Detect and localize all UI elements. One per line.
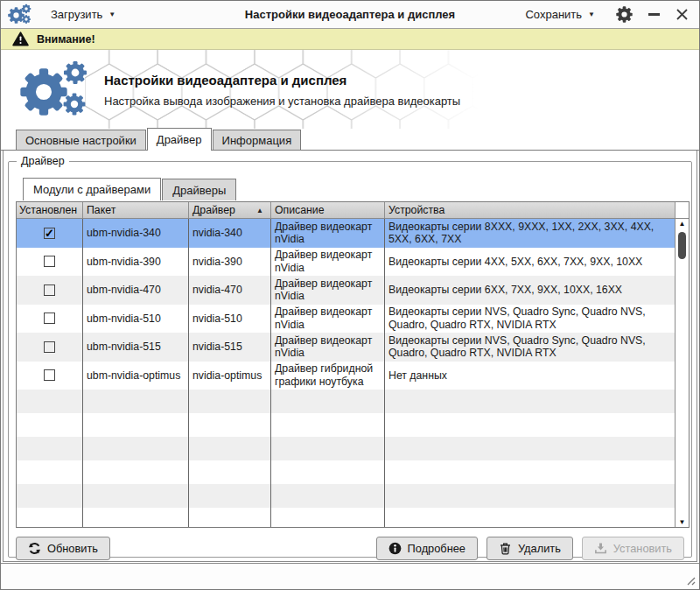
save-menu-button[interactable]: Сохранить ▼	[520, 5, 600, 24]
app-gears-icon	[8, 4, 32, 25]
scrollbar-thumb[interactable]	[678, 232, 686, 259]
details-button[interactable]: Подробнее	[376, 537, 478, 560]
devices-cell: Видеокарты серии NVS, Quadro Sync, Quadr…	[385, 333, 675, 362]
warning-triangle-icon	[12, 32, 29, 46]
driver-modules-table: Установлен Пакет Драйвер ▲ Описание Устр…	[16, 201, 690, 528]
table-body: ✓ ubm-nvidia-340 nvidia-340 Драйвер виде…	[17, 219, 675, 527]
app-window: Загрузить ▼ Настройки видеоадаптера и ди…	[0, 0, 700, 590]
installed-cell: ✓	[17, 219, 83, 248]
installed-checkbox[interactable]	[44, 341, 55, 353]
install-button: Установить	[582, 537, 684, 560]
package-cell: ubm-nvidia-510	[83, 305, 189, 334]
settings-gear-button[interactable]	[616, 6, 633, 23]
empty-rows-area	[17, 390, 675, 527]
refresh-label: Обновить	[47, 542, 98, 555]
driver-cell: nvidia-390	[189, 248, 271, 277]
install-label: Установить	[613, 542, 672, 555]
status-bar	[1, 563, 699, 589]
save-menu-label: Сохранить	[525, 8, 582, 21]
close-button[interactable]	[676, 8, 689, 21]
table-row[interactable]: ✓ ubm-nvidia-340 nvidia-340 Драйвер виде…	[17, 219, 675, 248]
delete-button[interactable]: Удалить	[486, 537, 573, 560]
devices-cell: Видеокарты серии 4XX, 5XX, 6XX, 7XX, 9XX…	[385, 248, 675, 277]
package-cell: ubm-nvidia-470	[83, 276, 189, 305]
table-row[interactable]: ubm-nvidia-515 nvidia-515 Драйвер видеок…	[17, 333, 675, 362]
installed-cell	[17, 248, 83, 277]
dropdown-arrow-icon: ▼	[108, 11, 116, 18]
button-row: Обновить Подробнее	[16, 536, 684, 560]
driver-groupbox: Драйвер Модули с драйверами Драйверы Уст…	[8, 155, 692, 558]
dropdown-arrow-icon: ▼	[588, 11, 595, 18]
package-cell: ubm-nvidia-515	[83, 333, 189, 362]
tab-driver[interactable]: Драйвер	[147, 128, 212, 151]
installed-checkbox[interactable]	[44, 369, 55, 381]
tab-drivers[interactable]: Драйверы	[162, 179, 236, 200]
description-cell: Драйвер гибридной графики ноутбука	[271, 362, 385, 390]
details-label: Подробнее	[408, 542, 466, 555]
load-menu-button[interactable]: Загрузить ▼	[46, 5, 121, 24]
warning-banner: Внимание!	[1, 29, 699, 50]
column-header-devices[interactable]: Устройства	[385, 202, 675, 218]
driver-cell: nvidia-515	[189, 333, 271, 362]
table-row[interactable]: ubm-nvidia-390 nvidia-390 Драйвер видеок…	[17, 248, 675, 277]
titlebar: Загрузить ▼ Настройки видеоадаптера и ди…	[1, 1, 699, 29]
tab-driver-modules[interactable]: Модули с драйверами	[23, 178, 161, 200]
resize-grip[interactable]	[685, 575, 696, 586]
refresh-icon	[28, 542, 41, 555]
devices-cell: Видеокарты серии 6XX, 7XX, 9XX, 10XX, 16…	[385, 276, 675, 305]
refresh-button[interactable]: Обновить	[16, 537, 110, 560]
driver-cell: nvidia-470	[189, 276, 271, 305]
minimize-button[interactable]	[648, 9, 660, 21]
load-menu-label: Загрузить	[51, 8, 102, 21]
vertical-scrollbar[interactable]: ▲ ▼	[675, 219, 689, 527]
scrollbar-corner	[675, 202, 689, 218]
driver-groupbox-label: Драйвер	[17, 155, 69, 167]
table-row[interactable]: ubm-nvidia-optimus nvidia-optimus Драйве…	[17, 362, 675, 390]
installed-checkbox[interactable]	[44, 313, 55, 324]
description-cell: Драйвер видеокарт nVidia	[271, 276, 385, 305]
devices-cell: Видеокарты серии NVS, Quadro Sync, Quadr…	[385, 305, 675, 334]
column-header-description[interactable]: Описание	[271, 202, 385, 218]
column-header-installed[interactable]: Установлен	[17, 202, 83, 218]
driver-cell: nvidia-510	[189, 305, 271, 334]
package-cell: ubm-nvidia-optimus	[83, 362, 189, 390]
description-cell: Драйвер видеокарт nVidia	[271, 219, 385, 248]
installed-checkbox[interactable]	[44, 256, 55, 267]
gears-logo	[20, 60, 90, 118]
tab-information[interactable]: Информация	[213, 130, 302, 151]
installed-cell	[17, 362, 83, 390]
devices-cell: Видеокарты серии 8XXX, 9XXX, 1XX, 2XX, 3…	[385, 219, 675, 248]
installed-checkbox[interactable]	[44, 284, 55, 296]
scroll-up-icon[interactable]: ▲	[676, 220, 689, 228]
tab-basic-settings[interactable]: Основные настройки	[16, 130, 146, 151]
description-cell: Драйвер видеокарт nVidia	[271, 333, 385, 362]
package-cell: ubm-nvidia-390	[83, 248, 189, 277]
installed-cell	[17, 276, 83, 305]
minimize-icon	[648, 13, 660, 16]
column-header-package[interactable]: Пакет	[83, 202, 189, 218]
table-header: Установлен Пакет Драйвер ▲ Описание Устр…	[17, 202, 689, 219]
warning-text: Внимание!	[37, 33, 95, 46]
page-title: Настройки видеоадаптера и дисплея	[104, 73, 460, 88]
install-icon	[594, 542, 607, 555]
sort-asc-icon: ▲	[256, 207, 263, 214]
page-subtitle: Настройка вывода изображения и установка…	[104, 95, 460, 108]
column-header-driver[interactable]: Драйвер ▲	[189, 202, 271, 218]
description-cell: Драйвер видеокарт nVidia	[271, 305, 385, 334]
driver-tab-page: Драйвер Модули с драйверами Драйверы Уст…	[3, 151, 697, 562]
inner-tabbar: Модули с драйверами Драйверы	[23, 178, 237, 200]
package-cell: ubm-nvidia-340	[83, 219, 189, 248]
installed-cell	[17, 333, 83, 362]
devices-cell: Нет данных	[385, 362, 675, 390]
scroll-down-icon[interactable]: ▼	[676, 518, 689, 526]
installed-checkbox[interactable]: ✓	[44, 228, 55, 239]
trash-icon	[499, 542, 512, 555]
table-row[interactable]: ubm-nvidia-510 nvidia-510 Драйвер видеок…	[17, 305, 675, 334]
driver-cell: nvidia-optimus	[189, 362, 271, 390]
info-icon	[388, 542, 402, 555]
table-row[interactable]: ubm-nvidia-470 nvidia-470 Драйвер видеок…	[17, 276, 675, 305]
installed-cell	[17, 305, 83, 334]
close-icon	[677, 10, 687, 19]
main-tabbar: Основные настройки Драйвер Информация	[1, 129, 699, 151]
delete-label: Удалить	[518, 542, 561, 555]
